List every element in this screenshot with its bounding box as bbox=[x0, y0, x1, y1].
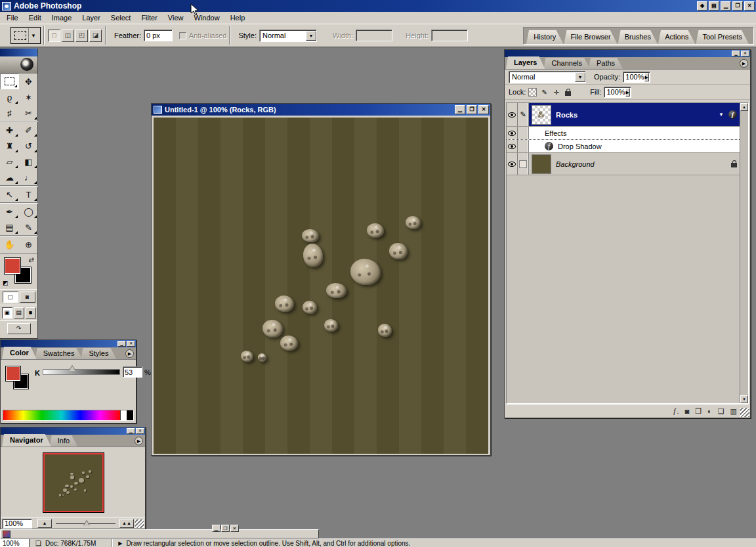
subtract-from-selection[interactable]: ◰ bbox=[75, 30, 88, 42]
type-tool[interactable]: T bbox=[19, 186, 38, 202]
palette-close-button[interactable]: ✕ bbox=[127, 341, 135, 347]
lasso-tool[interactable]: ϱ bbox=[0, 89, 19, 105]
status-zoom-field[interactable]: 100% bbox=[0, 539, 30, 547]
blur-tool[interactable]: ☁ bbox=[0, 169, 19, 185]
standard-mode-button[interactable]: ▢ bbox=[3, 292, 18, 303]
fullscreen-button[interactable]: ■ bbox=[26, 307, 36, 318]
gradient-tool[interactable]: ◧ bbox=[19, 154, 38, 169]
titlebar-extra-button-1[interactable]: ◈ bbox=[697, 1, 707, 11]
eraser-tool[interactable]: ▱ bbox=[0, 154, 19, 169]
scroll-down-arrow[interactable]: ▼ bbox=[740, 395, 748, 403]
menu-help[interactable]: Help bbox=[225, 12, 251, 23]
layer-row-rocks[interactable]: ✎ Rocks ▼ f bbox=[507, 103, 740, 127]
standard-screen-button[interactable]: ▣ bbox=[2, 307, 12, 318]
tab-color[interactable]: Color bbox=[2, 347, 37, 359]
restore-button[interactable]: ❐ bbox=[732, 1, 743, 11]
tab-swatches[interactable]: Swatches bbox=[35, 348, 83, 359]
fill-field[interactable]: 100% ▶ bbox=[604, 87, 631, 98]
new-layer-button[interactable]: ❏ bbox=[718, 406, 724, 416]
menu-edit[interactable]: Edit bbox=[24, 12, 47, 23]
tab-info[interactable]: Info bbox=[50, 435, 77, 447]
foreground-color-swatch[interactable] bbox=[6, 366, 20, 381]
black-swatch[interactable] bbox=[127, 410, 133, 420]
background-layer-thumbnail[interactable] bbox=[532, 154, 551, 174]
feather-input[interactable] bbox=[144, 30, 173, 41]
shape-tool[interactable]: ◯ bbox=[19, 204, 38, 219]
swap-colors-icon[interactable]: ⇄ bbox=[29, 256, 34, 263]
path-selection-tool[interactable]: ↖ bbox=[0, 186, 19, 202]
tab-navigator[interactable]: Navigator bbox=[2, 434, 51, 447]
spectrum-gradient[interactable] bbox=[3, 410, 120, 420]
k-slider[interactable] bbox=[43, 369, 120, 375]
foreground-color-swatch[interactable] bbox=[5, 258, 20, 274]
status-arrow-icon[interactable]: ▶ bbox=[118, 540, 122, 546]
palette-close-button[interactable]: ✕ bbox=[136, 428, 144, 434]
color-palette-titlebar[interactable]: ▁ ✕ bbox=[1, 340, 136, 347]
rectangular-marquee-tool[interactable] bbox=[0, 74, 19, 89]
notes-tool[interactable]: ▤ bbox=[0, 219, 19, 235]
dodge-tool[interactable]: ♩ bbox=[19, 169, 38, 185]
doc-minimize-button[interactable]: ▁ bbox=[455, 105, 465, 114]
move-tool[interactable]: ✥ bbox=[19, 74, 38, 89]
eyedropper-tool[interactable]: ✎ bbox=[19, 219, 38, 235]
zoom-in-button[interactable]: ▲▲ bbox=[119, 519, 134, 528]
navigator-zoom-input[interactable] bbox=[2, 519, 32, 529]
well-tab-brushes[interactable]: Brushes bbox=[618, 30, 658, 44]
zoom-out-button[interactable]: ▲ bbox=[37, 519, 52, 528]
slice-tool[interactable]: ✂ bbox=[19, 105, 38, 121]
document-titlebar[interactable]: Untitled-1 @ 100% (Rocks, RGB) ▁❐✕ bbox=[152, 104, 490, 116]
min-doc-minimize-button[interactable]: ▁ bbox=[212, 525, 220, 532]
tab-paths[interactable]: Paths bbox=[589, 58, 623, 69]
visibility-eye-icon[interactable] bbox=[507, 153, 518, 175]
well-tab-actions[interactable]: Actions bbox=[658, 30, 696, 44]
hand-tool[interactable]: ✋ bbox=[0, 236, 19, 252]
layers-scrollbar[interactable]: ▲ ▼ bbox=[740, 103, 748, 403]
layer-row-background[interactable]: Background bbox=[507, 153, 740, 175]
fullscreen-menubar-button[interactable]: ▤ bbox=[14, 307, 24, 318]
magic-wand-tool[interactable]: ✶ bbox=[19, 89, 38, 105]
anti-aliased-checkbox[interactable] bbox=[179, 32, 186, 39]
history-brush-tool[interactable]: ↺ bbox=[19, 138, 38, 154]
menu-filter[interactable]: Filter bbox=[136, 12, 162, 23]
new-selection[interactable]: □ bbox=[48, 30, 60, 42]
quick-mask-mode-button[interactable]: ◙ bbox=[20, 292, 35, 303]
style-dropdown[interactable]: Normal ▼ bbox=[259, 30, 317, 42]
lock-transparency-toggle[interactable] bbox=[528, 88, 537, 97]
k-value-input[interactable] bbox=[123, 366, 142, 378]
opacity-field[interactable]: 100% ▶ bbox=[623, 72, 650, 83]
rocks-layer-name[interactable]: Rocks bbox=[556, 111, 578, 119]
palette-minimize-button[interactable]: ▁ bbox=[117, 341, 126, 347]
resize-grip[interactable] bbox=[740, 408, 749, 417]
visibility-eye-icon[interactable] bbox=[507, 103, 518, 126]
image-canvas[interactable] bbox=[154, 118, 488, 454]
well-tab-file-browser[interactable]: File Browser bbox=[564, 30, 618, 44]
add-layer-mask-button[interactable]: ◙ bbox=[685, 406, 690, 416]
background-layer-name[interactable]: Background bbox=[556, 160, 595, 168]
intersect-selection[interactable]: ◪ bbox=[89, 30, 102, 42]
layer-row-effects[interactable]: Effects bbox=[507, 127, 740, 140]
resize-grip[interactable] bbox=[135, 519, 144, 528]
lock-position-toggle[interactable]: ✛ bbox=[552, 88, 560, 97]
toolbox-titlebar[interactable] bbox=[0, 49, 37, 56]
menu-select[interactable]: Select bbox=[106, 12, 136, 23]
well-tab-tool-presets[interactable]: Tool Presets bbox=[696, 30, 749, 44]
minimized-window[interactable]: ▁❐✕ bbox=[0, 529, 319, 538]
zoom-tool[interactable]: ⊕ bbox=[19, 236, 38, 252]
clone-stamp-tool[interactable]: ♜ bbox=[0, 138, 19, 154]
palette-minimize-button[interactable]: ▁ bbox=[732, 51, 740, 56]
healing-brush-tool[interactable]: ✚ bbox=[0, 122, 19, 138]
menu-view[interactable]: View bbox=[163, 12, 189, 23]
palette-menu-button[interactable]: ▶ bbox=[125, 349, 134, 358]
rocks-layer-thumbnail[interactable] bbox=[532, 105, 551, 125]
scroll-up-arrow[interactable]: ▲ bbox=[740, 103, 748, 111]
palette-menu-button[interactable]: ▶ bbox=[135, 437, 143, 445]
jump-to-imageready-button[interactable]: ↷ bbox=[7, 323, 31, 334]
blend-mode-dropdown[interactable]: Normal ▼ bbox=[509, 71, 586, 83]
navigator-thumbnail[interactable] bbox=[43, 452, 104, 513]
palette-menu-button[interactable]: ▶ bbox=[740, 59, 748, 68]
new-adjustment-layer-button[interactable]: ◐ bbox=[707, 406, 712, 416]
visibility-eye-icon[interactable] bbox=[507, 127, 518, 139]
tab-layers[interactable]: Layers bbox=[506, 56, 545, 69]
add-to-selection[interactable]: ◫ bbox=[62, 30, 74, 42]
add-layer-style-button[interactable]: ƒ. bbox=[673, 406, 679, 416]
